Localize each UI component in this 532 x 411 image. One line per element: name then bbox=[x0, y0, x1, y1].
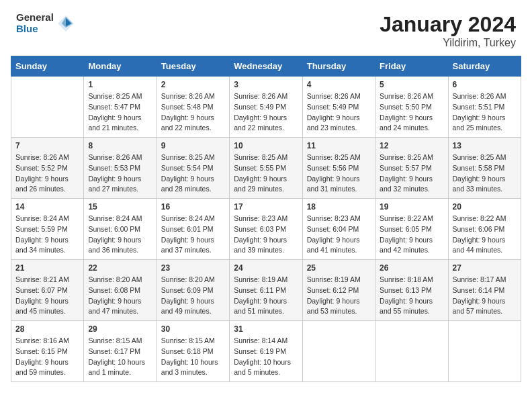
calendar-cell: 30Sunrise: 8:15 AMSunset: 6:18 PMDayligh… bbox=[157, 321, 229, 382]
calendar-cell: 9Sunrise: 8:25 AMSunset: 5:54 PMDaylight… bbox=[157, 138, 229, 199]
day-number: 13 bbox=[453, 141, 517, 150]
day-info: Sunrise: 8:26 AMSunset: 5:51 PMDaylight:… bbox=[453, 91, 517, 134]
day-info: Sunrise: 8:23 AMSunset: 6:03 PMDaylight:… bbox=[234, 214, 298, 256]
calendar-week-row: 21Sunrise: 8:21 AMSunset: 6:07 PMDayligh… bbox=[11, 260, 521, 321]
day-number: 18 bbox=[307, 202, 371, 212]
logo-general-text: General bbox=[16, 12, 54, 24]
calendar-cell: 3Sunrise: 8:26 AMSunset: 5:49 PMDaylight… bbox=[230, 77, 302, 138]
day-number: 1 bbox=[88, 80, 152, 89]
calendar-cell: 6Sunrise: 8:26 AMSunset: 5:51 PMDaylight… bbox=[448, 77, 521, 138]
day-number: 21 bbox=[15, 263, 79, 273]
day-number: 2 bbox=[161, 80, 225, 89]
title-block: January 2024 Yildirim, Turkey bbox=[380, 12, 516, 49]
calendar-cell: 13Sunrise: 8:25 AMSunset: 5:58 PMDayligh… bbox=[448, 138, 521, 199]
header-day-friday: Friday bbox=[375, 56, 448, 77]
calendar-cell: 12Sunrise: 8:25 AMSunset: 5:57 PMDayligh… bbox=[375, 138, 448, 199]
day-number: 20 bbox=[453, 202, 517, 212]
day-number: 17 bbox=[234, 202, 298, 212]
calendar-cell: 29Sunrise: 8:15 AMSunset: 6:17 PMDayligh… bbox=[84, 321, 157, 382]
calendar-cell bbox=[375, 321, 448, 382]
day-number: 7 bbox=[15, 141, 79, 150]
day-info: Sunrise: 8:26 AMSunset: 5:50 PMDaylight:… bbox=[380, 91, 443, 134]
day-info: Sunrise: 8:26 AMSunset: 5:53 PMDaylight:… bbox=[88, 152, 152, 195]
header-day-sunday: Sunday bbox=[11, 56, 84, 77]
day-info: Sunrise: 8:26 AMSunset: 5:48 PMDaylight:… bbox=[161, 91, 225, 134]
calendar-cell: 1Sunrise: 8:25 AMSunset: 5:47 PMDaylight… bbox=[84, 77, 157, 138]
header-day-tuesday: Tuesday bbox=[157, 56, 229, 77]
calendar-cell: 8Sunrise: 8:26 AMSunset: 5:53 PMDaylight… bbox=[84, 138, 157, 199]
day-info: Sunrise: 8:22 AMSunset: 6:06 PMDaylight:… bbox=[453, 214, 517, 256]
calendar-cell: 28Sunrise: 8:16 AMSunset: 6:15 PMDayligh… bbox=[11, 321, 84, 382]
day-number: 24 bbox=[234, 263, 298, 273]
day-number: 29 bbox=[88, 324, 152, 334]
day-info: Sunrise: 8:15 AMSunset: 6:17 PMDaylight:… bbox=[88, 336, 152, 378]
day-number: 28 bbox=[15, 324, 79, 334]
calendar-header-row: SundayMondayTuesdayWednesdayThursdayFrid… bbox=[11, 56, 521, 77]
logo: General Blue bbox=[16, 12, 75, 34]
calendar-cell: 26Sunrise: 8:18 AMSunset: 6:13 PMDayligh… bbox=[375, 260, 448, 321]
day-info: Sunrise: 8:25 AMSunset: 5:57 PMDaylight:… bbox=[380, 152, 443, 195]
day-info: Sunrise: 8:24 AMSunset: 6:00 PMDaylight:… bbox=[88, 214, 152, 256]
calendar-cell: 23Sunrise: 8:20 AMSunset: 6:09 PMDayligh… bbox=[157, 260, 229, 321]
day-number: 8 bbox=[88, 141, 152, 150]
calendar-cell: 22Sunrise: 8:20 AMSunset: 6:08 PMDayligh… bbox=[84, 260, 157, 321]
day-info: Sunrise: 8:24 AMSunset: 6:01 PMDaylight:… bbox=[161, 214, 225, 256]
calendar-cell: 14Sunrise: 8:24 AMSunset: 5:59 PMDayligh… bbox=[11, 199, 84, 260]
day-number: 26 bbox=[380, 263, 443, 273]
day-number: 19 bbox=[380, 202, 443, 212]
day-info: Sunrise: 8:22 AMSunset: 6:05 PMDaylight:… bbox=[380, 214, 443, 256]
logo-blue-text: Blue bbox=[16, 24, 54, 35]
calendar-cell: 10Sunrise: 8:25 AMSunset: 5:55 PMDayligh… bbox=[230, 138, 302, 199]
logo-icon bbox=[56, 14, 75, 33]
day-number: 30 bbox=[161, 324, 225, 334]
day-info: Sunrise: 8:25 AMSunset: 5:54 PMDaylight:… bbox=[161, 152, 225, 195]
calendar-title: January 2024 bbox=[380, 12, 516, 37]
day-number: 15 bbox=[88, 202, 152, 212]
day-info: Sunrise: 8:25 AMSunset: 5:58 PMDaylight:… bbox=[453, 152, 517, 195]
calendar-cell: 4Sunrise: 8:26 AMSunset: 5:49 PMDaylight… bbox=[302, 77, 375, 138]
day-info: Sunrise: 8:26 AMSunset: 5:49 PMDaylight:… bbox=[307, 91, 371, 134]
day-number: 5 bbox=[380, 80, 443, 89]
calendar-cell: 16Sunrise: 8:24 AMSunset: 6:01 PMDayligh… bbox=[157, 199, 229, 260]
day-info: Sunrise: 8:25 AMSunset: 5:56 PMDaylight:… bbox=[307, 152, 371, 195]
calendar-week-row: 14Sunrise: 8:24 AMSunset: 5:59 PMDayligh… bbox=[11, 199, 521, 260]
day-number: 23 bbox=[161, 263, 225, 273]
day-number: 3 bbox=[234, 80, 298, 89]
day-info: Sunrise: 8:19 AMSunset: 6:11 PMDaylight:… bbox=[234, 275, 298, 317]
day-number: 12 bbox=[380, 141, 443, 150]
header-day-monday: Monday bbox=[84, 56, 157, 77]
calendar-week-row: 1Sunrise: 8:25 AMSunset: 5:47 PMDaylight… bbox=[11, 77, 521, 138]
header-day-saturday: Saturday bbox=[448, 56, 521, 77]
day-info: Sunrise: 8:20 AMSunset: 6:09 PMDaylight:… bbox=[161, 275, 225, 317]
calendar-cell: 7Sunrise: 8:26 AMSunset: 5:52 PMDaylight… bbox=[11, 138, 84, 199]
day-info: Sunrise: 8:26 AMSunset: 5:52 PMDaylight:… bbox=[15, 152, 79, 195]
day-info: Sunrise: 8:14 AMSunset: 6:19 PMDaylight:… bbox=[234, 336, 298, 378]
day-number: 10 bbox=[234, 141, 298, 150]
day-info: Sunrise: 8:19 AMSunset: 6:12 PMDaylight:… bbox=[307, 275, 371, 317]
calendar-cell: 19Sunrise: 8:22 AMSunset: 6:05 PMDayligh… bbox=[375, 199, 448, 260]
calendar-cell: 18Sunrise: 8:23 AMSunset: 6:04 PMDayligh… bbox=[302, 199, 375, 260]
day-number: 11 bbox=[307, 141, 371, 150]
day-number: 22 bbox=[88, 263, 152, 273]
calendar-cell: 25Sunrise: 8:19 AMSunset: 6:12 PMDayligh… bbox=[302, 260, 375, 321]
page-header: General Blue January 2024 Yildirim, Turk… bbox=[0, 0, 532, 56]
calendar-week-row: 7Sunrise: 8:26 AMSunset: 5:52 PMDaylight… bbox=[11, 138, 521, 199]
day-number: 14 bbox=[15, 202, 79, 212]
calendar-cell: 20Sunrise: 8:22 AMSunset: 6:06 PMDayligh… bbox=[448, 199, 521, 260]
day-info: Sunrise: 8:20 AMSunset: 6:08 PMDaylight:… bbox=[88, 275, 152, 317]
calendar-week-row: 28Sunrise: 8:16 AMSunset: 6:15 PMDayligh… bbox=[11, 321, 521, 382]
day-number: 25 bbox=[307, 263, 371, 273]
day-info: Sunrise: 8:26 AMSunset: 5:49 PMDaylight:… bbox=[234, 91, 298, 134]
day-number: 16 bbox=[161, 202, 225, 212]
calendar-table: SundayMondayTuesdayWednesdayThursdayFrid… bbox=[11, 56, 521, 382]
calendar-cell: 5Sunrise: 8:26 AMSunset: 5:50 PMDaylight… bbox=[375, 77, 448, 138]
day-info: Sunrise: 8:23 AMSunset: 6:04 PMDaylight:… bbox=[307, 214, 371, 256]
day-info: Sunrise: 8:24 AMSunset: 5:59 PMDaylight:… bbox=[15, 214, 79, 256]
day-info: Sunrise: 8:15 AMSunset: 6:18 PMDaylight:… bbox=[161, 336, 225, 378]
day-number: 6 bbox=[453, 80, 517, 89]
calendar-container: SundayMondayTuesdayWednesdayThursdayFrid… bbox=[0, 56, 532, 393]
day-info: Sunrise: 8:21 AMSunset: 6:07 PMDaylight:… bbox=[15, 275, 79, 317]
calendar-cell bbox=[302, 321, 375, 382]
calendar-cell: 27Sunrise: 8:17 AMSunset: 6:14 PMDayligh… bbox=[448, 260, 521, 321]
calendar-cell: 11Sunrise: 8:25 AMSunset: 5:56 PMDayligh… bbox=[302, 138, 375, 199]
